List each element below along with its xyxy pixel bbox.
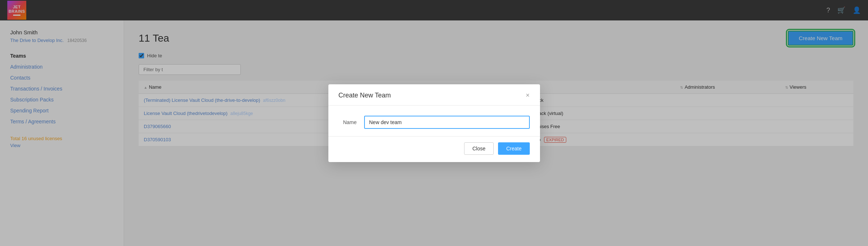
modal-overlay[interactable]: Create New Team × Name Close Create [0, 0, 868, 246]
modal-header: Create New Team × [328, 84, 540, 105]
close-button[interactable]: Close [464, 142, 494, 155]
modal-footer: Close Create [328, 136, 540, 162]
modal-body: Name [328, 105, 540, 136]
name-field: Name [339, 116, 530, 129]
name-label: Name [339, 119, 357, 125]
modal-title: Create New Team [339, 92, 391, 99]
create-button[interactable]: Create [498, 142, 529, 155]
team-name-input[interactable] [364, 116, 530, 129]
create-team-modal: Create New Team × Name Close Create [328, 84, 540, 162]
modal-close-x-button[interactable]: × [526, 92, 530, 99]
